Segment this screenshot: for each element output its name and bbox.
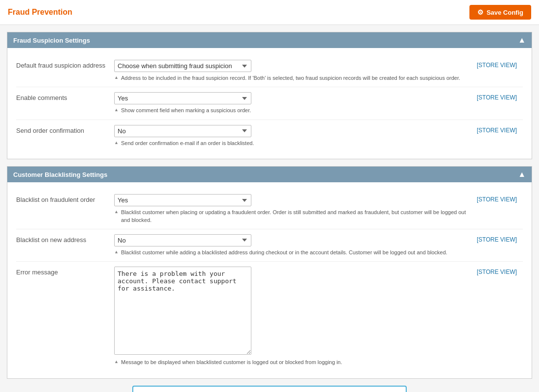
store-view-error-message[interactable]: [STORE VIEW]	[469, 267, 523, 275]
page-header: Fraud Prevention ⚙ Save Config	[0, 0, 539, 25]
field-label-error-message: Error message	[16, 267, 114, 276]
blacklist-fraudulent-select[interactable]: Yes No	[114, 194, 251, 206]
field-label-send-order-confirmation: Send order confirmation	[16, 125, 114, 134]
tooltip-box: Configure the extension's fraud suspicio…	[132, 386, 407, 392]
fraud-suspicion-section-title: Fraud Suspicion Settings	[13, 37, 90, 44]
page-title: Fraud Prevention	[8, 8, 73, 17]
field-row-blacklist-fraudulent: Blacklist on fraudulent order Yes No Bla…	[16, 189, 523, 229]
fraud-suspicion-section: Fraud Suspicion Settings ▲ Default fraud…	[7, 32, 532, 159]
store-view-enable-comments[interactable]: [STORE VIEW]	[469, 92, 523, 101]
send-order-confirmation-select[interactable]: No Yes	[114, 125, 251, 137]
field-note-blacklist-new-address: Blacklist customer while adding a blackl…	[114, 249, 469, 256]
field-row-error-message: Error message There is a problem with yo…	[16, 262, 523, 371]
blacklisting-section: Customer Blacklisting Settings ▲ Blackli…	[7, 166, 532, 379]
field-control-enable-comments: Yes No Show comment field when marking a…	[114, 92, 469, 114]
field-control-send-order-confirmation: No Yes Send order confirmation e-mail if…	[114, 125, 469, 147]
field-control-blacklist-fraudulent: Yes No Blacklist customer when placing o…	[114, 194, 469, 224]
main-content: Fraud Suspicion Settings ▲ Default fraud…	[0, 25, 539, 392]
blacklisting-collapse-button[interactable]: ▲	[518, 171, 526, 178]
field-label-blacklist-fraudulent: Blacklist on fraudulent order	[16, 194, 114, 203]
field-note-enable-comments: Show comment field when marking a suspic…	[114, 107, 469, 114]
blacklist-new-address-select[interactable]: No Yes	[114, 234, 251, 246]
field-control-default-address: Choose when submitting fraud suspicion B…	[114, 60, 469, 82]
field-row-enable-comments: Enable comments Yes No Show comment fiel…	[16, 87, 523, 120]
field-note-send-order-confirmation: Send order confirmation e-mail if an ord…	[114, 140, 469, 147]
field-label-blacklist-new-address: Blacklist on new address	[16, 234, 114, 244]
default-address-select[interactable]: Choose when submitting fraud suspicion B…	[114, 60, 251, 72]
field-label-enable-comments: Enable comments	[16, 92, 114, 101]
store-view-send-order-confirmation[interactable]: [STORE VIEW]	[469, 125, 523, 134]
blacklisting-section-title: Customer Blacklisting Settings	[13, 171, 107, 178]
error-message-textarea[interactable]: There is a problem with your account. Pl…	[114, 267, 251, 355]
field-row-default-address: Default fraud suspicion address Choose w…	[16, 55, 523, 87]
field-row-blacklist-new-address: Blacklist on new address No Yes Blacklis…	[16, 229, 523, 262]
store-view-default-address[interactable]: [STORE VIEW]	[469, 60, 523, 69]
field-label-default-address: Default fraud suspicion address	[16, 60, 114, 69]
field-note-blacklist-fraudulent: Blacklist customer when placing or updat…	[114, 209, 469, 224]
fraud-suspicion-section-header: Fraud Suspicion Settings ▲	[7, 32, 532, 48]
store-view-blacklist-new-address[interactable]: [STORE VIEW]	[469, 234, 523, 243]
field-control-error-message: There is a problem with your account. Pl…	[114, 267, 469, 366]
gear-icon: ⚙	[477, 8, 484, 16]
fraud-suspicion-section-body: Default fraud suspicion address Choose w…	[7, 48, 532, 159]
field-row-send-order-confirmation: Send order confirmation No Yes Send orde…	[16, 120, 523, 152]
save-config-button[interactable]: ⚙ Save Config	[469, 5, 531, 20]
field-note-default-address: Address to be included in the fraud susp…	[114, 74, 469, 82]
store-view-blacklist-fraudulent[interactable]: [STORE VIEW]	[469, 194, 523, 203]
field-control-blacklist-new-address: No Yes Blacklist customer while adding a…	[114, 234, 469, 256]
blacklisting-section-body: Blacklist on fraudulent order Yes No Bla…	[7, 182, 532, 378]
fraud-suspicion-collapse-button[interactable]: ▲	[518, 36, 526, 44]
enable-comments-select[interactable]: Yes No	[114, 92, 251, 104]
field-note-error-message: Message to be displayed when blacklisted…	[114, 359, 469, 366]
blacklisting-section-header: Customer Blacklisting Settings ▲	[7, 167, 532, 182]
